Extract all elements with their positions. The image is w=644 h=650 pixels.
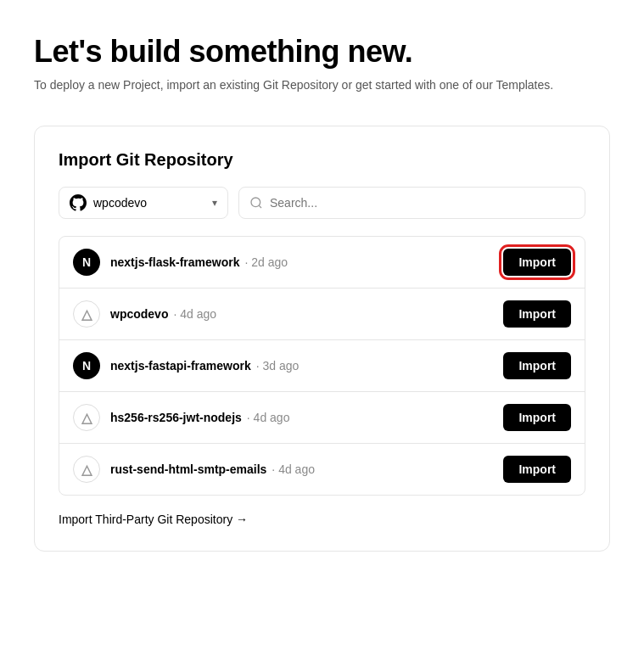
svg-line-1 <box>259 205 261 208</box>
controls-row: wpcodevo ▾ <box>59 187 585 219</box>
repo-avatar: N <box>73 249 100 276</box>
import-git-card: Import Git Repository wpcodevo ▾ Nnextjs… <box>34 126 610 552</box>
search-icon <box>249 196 263 210</box>
import-button[interactable]: Import <box>503 404 571 431</box>
repo-avatar: △ <box>73 456 100 483</box>
repo-name: nextjs-flask-framework <box>110 255 240 269</box>
repo-info: nextjs-fastapi-framework· 3d ago <box>110 359 493 373</box>
repo-info: hs256-rs256-jwt-nodejs· 4d ago <box>110 411 493 424</box>
repo-avatar: △ <box>73 404 100 431</box>
repo-name: rust-send-html-smtp-emails <box>110 462 266 476</box>
repo-avatar: △ <box>73 300 100 328</box>
repo-time: · 4d ago <box>173 307 216 321</box>
repo-item: Nnextjs-flask-framework· 2d agoImport <box>59 237 585 289</box>
repo-item: △hs256-rs256-jwt-nodejs· 4d agoImport <box>59 392 585 444</box>
repo-info: rust-send-html-smtp-emails· 4d ago <box>110 462 493 476</box>
repo-time: · 4d ago <box>247 411 290 424</box>
repo-info: nextjs-flask-framework· 2d ago <box>110 255 493 269</box>
repo-item: Nnextjs-fastapi-framework· 3d agoImport <box>59 340 585 392</box>
github-icon <box>70 194 87 211</box>
repo-name: nextjs-fastapi-framework <box>110 359 251 373</box>
search-box[interactable] <box>238 187 585 219</box>
repo-time: · 3d ago <box>256 359 300 373</box>
repo-list: Nnextjs-flask-framework· 2d agoImport△wp… <box>59 236 585 496</box>
repo-time: · 2d ago <box>245 255 288 269</box>
import-button[interactable]: Import <box>503 249 571 276</box>
repo-name: hs256-rs256-jwt-nodejs <box>110 411 242 424</box>
page-subtitle: To deploy a new Project, import an exist… <box>34 78 610 92</box>
svg-point-0 <box>251 198 260 207</box>
repo-info: wpcodevo· 4d ago <box>110 307 493 321</box>
search-input[interactable] <box>270 196 574 210</box>
repo-item: △wpcodevo· 4d agoImport <box>59 289 585 340</box>
card-title: Import Git Repository <box>59 150 585 170</box>
chevron-down-icon: ▾ <box>212 197 217 209</box>
import-button[interactable]: Import <box>503 456 571 483</box>
import-button[interactable]: Import <box>503 300 571 328</box>
repo-name: wpcodevo <box>110 307 168 321</box>
repo-avatar: N <box>73 352 100 379</box>
page-title: Let's build something new. <box>34 34 610 70</box>
org-selector[interactable]: wpcodevo ▾ <box>59 187 228 219</box>
repo-time: · 4d ago <box>272 462 315 476</box>
import-third-party-link[interactable]: Import Third-Party Git Repository → <box>59 513 248 526</box>
repo-item: △rust-send-html-smtp-emails· 4d agoImpor… <box>59 444 585 495</box>
org-name: wpcodevo <box>93 196 205 210</box>
import-button[interactable]: Import <box>503 352 571 379</box>
